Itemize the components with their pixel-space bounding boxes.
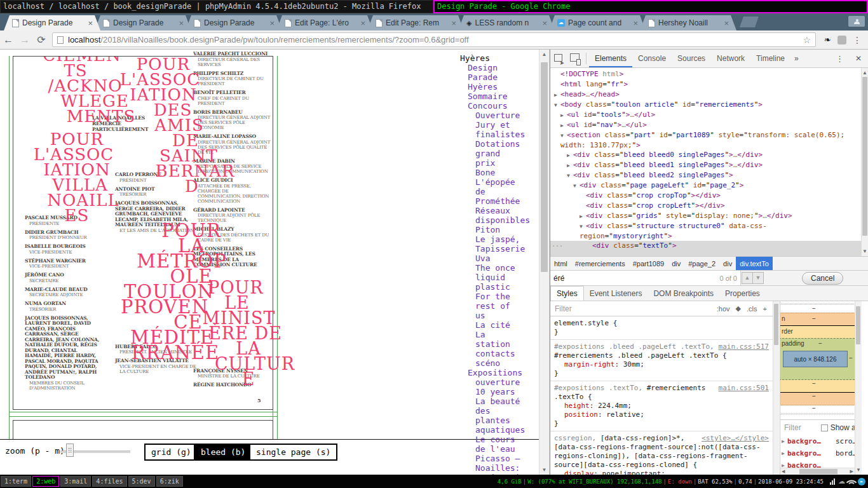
pseudo-state-button[interactable]: :hov (717, 305, 730, 313)
browser-tab[interactable]: Edit Page: L'éro× (276, 15, 373, 30)
expand-arrow-icon[interactable]: ▶ (554, 90, 560, 100)
dom-node[interactable]: ▼<div class="structure structure0" data-… (550, 221, 868, 241)
view-button-grid[interactable]: grid (g) (144, 444, 198, 461)
nav-link[interactable]: L'épopée de Prométhée (460, 177, 538, 206)
browser-tab[interactable]: Design Parade× (4, 15, 100, 30)
dom-node[interactable]: ▶<div class="grids" style="display: none… (550, 211, 868, 221)
browser-tab[interactable]: Design Parade× (95, 15, 191, 30)
expand-arrow-icon[interactable]: ▶ (782, 438, 787, 444)
bookmark-star-icon[interactable]: ☆ (803, 35, 811, 45)
nav-link[interactable]: La station contacts scéno (460, 330, 538, 368)
dom-node[interactable]: <div class="crop cropTop"></div> (550, 191, 868, 201)
styles-filter-input[interactable]: Filter (550, 304, 717, 313)
nav-link[interactable]: La cité (460, 320, 538, 330)
dom-node[interactable]: ▼<section class="part" id="part1089" sty… (550, 130, 868, 150)
expand-arrow-icon[interactable]: ▼ (580, 222, 586, 231)
nav-link[interactable]: The once liquid plastic (460, 263, 538, 292)
sidebar-tab-dom-breakpoints[interactable]: DOM Breakpoints (648, 287, 719, 301)
breadcrumb-item[interactable]: html (550, 257, 571, 271)
devtools-tab-timeline[interactable]: Timeline (750, 50, 790, 67)
new-tab-button[interactable] (740, 17, 759, 27)
workspace-term[interactable]: 1:term (1, 476, 31, 487)
class-toggle-button[interactable]: .cls (747, 305, 757, 313)
tab-close-icon[interactable]: × (268, 18, 276, 28)
scrollbar-thumb[interactable] (856, 306, 860, 344)
box-model[interactable]: auto × 848.126 n rder padding − − − − − … (780, 301, 862, 419)
dom-node[interactable]: <div class="crop cropLeft"></div> (550, 201, 868, 211)
computed-hscrollbar[interactable]: ◀ ▶ (780, 468, 855, 475)
computed-property[interactable]: ▶backgro…scro… (780, 435, 862, 447)
selected-node[interactable]: ··· <div class="textTo"> </div> == $0 (550, 241, 868, 257)
dom-node[interactable]: ▶<ul id="nav">…</ul> (550, 120, 868, 130)
scroll-up-icon[interactable]: ▲ (539, 50, 549, 59)
new-rule-button[interactable]: + (763, 305, 767, 313)
scroll-up-icon[interactable]: ▲ (862, 68, 868, 78)
nav-link[interactable]: Concours (460, 101, 538, 111)
tab-close-icon[interactable]: × (632, 18, 639, 28)
expand-arrow-icon[interactable]: ▼ (554, 100, 560, 110)
stylesheet-link[interactable]: <style>…</style> (702, 434, 769, 443)
expand-arrow-icon[interactable]: ▶ (567, 161, 573, 170)
tab-close-icon[interactable]: × (86, 18, 94, 28)
dom-node[interactable]: ▼<div class="bleed bleed2 singlePages"> (550, 170, 868, 180)
box-model-content[interactable]: auto × 848.126 (783, 351, 848, 367)
dom-node[interactable]: <html lang="fr"> (550, 79, 868, 90)
chrome-menu-icon[interactable]: ⋮ (853, 35, 862, 45)
zoom-slider-thumb[interactable] (66, 444, 74, 457)
sidebar-tab-event-listeners[interactable]: Event Listeners (584, 287, 648, 301)
nav-link[interactable]: Réseaux disponibles (460, 206, 538, 225)
tray-cloud-icon[interactable]: ☁ (838, 477, 845, 485)
tray-telegram-icon[interactable]: ► (858, 478, 865, 485)
computed-filter-input[interactable]: Filter (780, 423, 821, 432)
workspace-dev[interactable]: 5:dev (128, 476, 155, 487)
devtools-close-icon[interactable]: ✕ (849, 54, 868, 63)
devtools-tab-elements[interactable]: Elements (589, 50, 632, 67)
nav-link[interactable]: Piton (460, 225, 538, 234)
expand-arrow-icon[interactable]: ▼ (567, 171, 573, 180)
stylesheet-link[interactable]: main.css:501 (719, 384, 769, 393)
tray-wifi-icon[interactable] (848, 478, 855, 485)
nav-link[interactable]: Expositions (460, 368, 538, 377)
scrollbar-thumb[interactable] (799, 469, 837, 474)
sidebar-tab-properties[interactable]: Properties (719, 287, 766, 301)
css-rule[interactable]: main.css:501#expositions .textTo, #remer… (550, 381, 773, 431)
css-declaration[interactable]: position: relative; (554, 410, 769, 419)
css-declaration[interactable]: height: 224.4mm; (554, 402, 769, 410)
dom-node[interactable]: ▶<div class="bleed bleed0 singlePages">…… (550, 150, 868, 160)
tray-network-icon[interactable] (830, 478, 836, 485)
styles-scrollbar[interactable] (773, 301, 779, 475)
devtools-tab-sources[interactable]: Sources (672, 50, 711, 67)
url-bar[interactable]: localhost /2018/villaNoailles/book.desig… (52, 32, 816, 47)
dom-node[interactable]: <!DOCTYPE html> (550, 69, 868, 79)
profile-button[interactable] (848, 16, 865, 27)
nav-link[interactable]: Le cours de l'eau (460, 435, 538, 454)
search-prev-icon[interactable]: ▲ (742, 273, 752, 283)
workspace-mail[interactable]: 3:mail (60, 476, 91, 487)
nav-link[interactable]: Design Parade Hyères (460, 63, 538, 92)
scroll-down-icon[interactable]: ▼ (539, 465, 549, 475)
browser-tab[interactable]: ◈LESS random n× (458, 15, 555, 30)
nav-link[interactable]: Tapisserie Uva (460, 244, 538, 263)
breadcrumb-item[interactable]: #page_2 (684, 257, 719, 271)
expand-arrow-icon[interactable]: ▼ (573, 181, 580, 191)
browser-tab[interactable]: Design Parade× (186, 15, 282, 30)
nav-link[interactable]: Bone (460, 168, 538, 177)
scrollbar-thumb[interactable] (541, 62, 548, 272)
css-rule[interactable]: main.css:517#expositions .bleed .pageLef… (550, 340, 773, 381)
css-declaration[interactable]: display: none!important; (554, 470, 769, 475)
workspace-web[interactable]: 2:web (32, 476, 59, 487)
sidebar-tab-styles[interactable]: Styles (550, 286, 584, 301)
tab-close-icon[interactable]: × (722, 18, 730, 28)
dom-node[interactable]: ▼<body class="toulon article" id="remerc… (550, 100, 868, 110)
computed-scrollbar[interactable]: ▼ (855, 301, 862, 475)
reload-button[interactable]: ⟳ (33, 34, 50, 46)
expand-arrow-icon[interactable]: ▼ (560, 131, 567, 140)
nav-link[interactable]: ouverture (460, 377, 538, 387)
tab-close-icon[interactable]: × (541, 18, 548, 28)
dom-node[interactable]: <div class="textTo"> (550, 241, 868, 251)
breadcrumb-item[interactable]: #part1089 (629, 257, 668, 271)
nav-link[interactable]: Sommaire (460, 92, 538, 101)
nav-link[interactable]: Ouverture (460, 111, 538, 120)
dom-node[interactable]: ▼<div class="page pageLeft" id="page_2"> (550, 180, 868, 191)
workspace-zik[interactable]: 6:zik (156, 476, 183, 487)
